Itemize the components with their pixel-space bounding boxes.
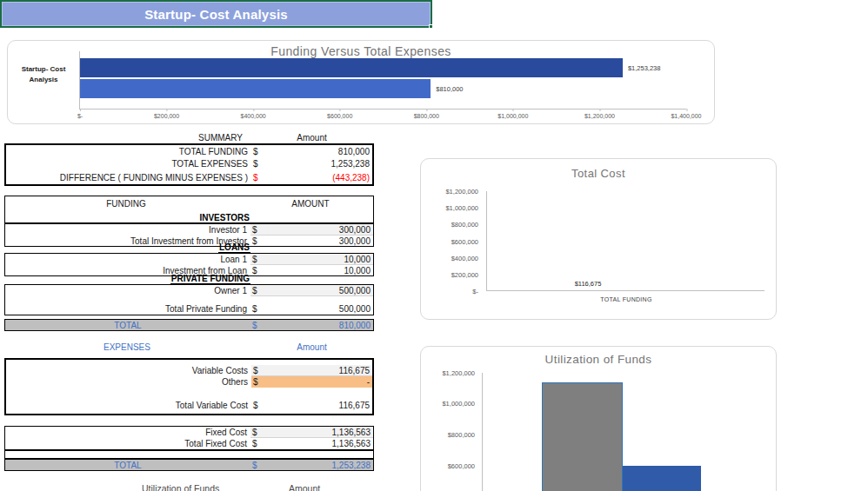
table-row: Total Fixed Cost $1,136,563 bbox=[5, 438, 373, 449]
spreadsheet-page: Startup- Cost Analysis Funding Versus To… bbox=[0, 0, 868, 491]
row-value-cell[interactable]: $1,136,563 bbox=[250, 427, 373, 438]
x-tick: $400,000 bbox=[241, 113, 266, 119]
y-tick: $- bbox=[472, 288, 478, 295]
row-label[interactable]: Variable Costs bbox=[6, 366, 251, 375]
section-heading-private-funding: PRIVATE FUNDING bbox=[170, 274, 250, 283]
y-tick: $1,000,000 bbox=[445, 204, 478, 212]
table-row: Fixed Cost $1,136,563 bbox=[5, 427, 373, 438]
row-label[interactable]: DIFFERENCE ( FUNDING MINUS EXPENSES ) bbox=[6, 173, 251, 182]
variable-costs-box: Variable Costs $116,675 Others $- Total … bbox=[4, 358, 374, 415]
clipped-next-section-header: Utilization of Funds Amount bbox=[0, 483, 435, 491]
empty-row-box bbox=[4, 450, 374, 459]
summary-header-row: SUMMARY Amount bbox=[4, 131, 374, 143]
row-label[interactable]: Fixed Cost bbox=[5, 428, 250, 437]
row-label[interactable]: Total Investment from Investor bbox=[5, 236, 250, 246]
utilization-y-axis: $1,200,000 $1,000,000 $800,000 $600,000 bbox=[421, 373, 478, 466]
row-value-cell[interactable]: $300,000 bbox=[250, 224, 373, 236]
table-row: Investor 1 $300,000 bbox=[5, 224, 373, 236]
x-tick: $1,000,000 bbox=[497, 113, 528, 119]
row-value-cell[interactable]: $1,136,563 bbox=[250, 438, 373, 449]
row-label[interactable]: Others bbox=[6, 377, 251, 387]
funding-bar-expenses-label: $1,253,238 bbox=[628, 64, 661, 72]
x-tick: $- bbox=[77, 113, 83, 119]
table-row: TOTAL EXPENSES $1,253,238 bbox=[6, 157, 372, 169]
total-cost-chart[interactable]: Total Cost $1,200,000 $1,000,000 $800,00… bbox=[420, 158, 777, 320]
utilization-of-funds-chart[interactable]: Utilization of Funds $1,200,000 $1,000,0… bbox=[420, 346, 777, 491]
row-value-cell[interactable]: $810,000 bbox=[251, 145, 372, 157]
selection-fill-handle[interactable] bbox=[429, 24, 433, 29]
utilization-plot bbox=[482, 373, 769, 491]
private-funding-box: Owner 1 $500,000 Total Private Funding $… bbox=[4, 284, 374, 315]
funding-chart-plot: $1,253,238 $810,000 $- $200,000 $400,000… bbox=[79, 51, 686, 109]
row-label[interactable]: Investor 1 bbox=[5, 225, 250, 235]
y-tick: $800,000 bbox=[451, 221, 478, 229]
row-label[interactable]: TOTAL EXPENSES bbox=[6, 159, 251, 169]
total-cost-plot: $116,675 bbox=[486, 191, 765, 291]
y-tick: $1,200,000 bbox=[445, 188, 478, 196]
x-tick: $1,200,000 bbox=[584, 113, 615, 119]
loans-box: Loan 1 $10,000 Investment from Loan $10,… bbox=[4, 253, 374, 276]
row-label[interactable]: Owner 1 bbox=[5, 286, 250, 295]
total-cost-bar-label: $116,675 bbox=[575, 280, 602, 288]
page-title: Startup- Cost Analysis bbox=[144, 7, 288, 22]
y-tick: $400,000 bbox=[451, 254, 478, 262]
y-tick: $600,000 bbox=[451, 237, 478, 245]
summary-header-amount[interactable]: Amount bbox=[250, 133, 374, 143]
expenses-header-label[interactable]: EXPENSES bbox=[4, 342, 250, 352]
summary-header-label[interactable]: SUMMARY bbox=[4, 133, 250, 143]
funding-header-box: FUNDING AMOUNT bbox=[4, 196, 374, 223]
section-heading-loans: LOANS bbox=[218, 242, 250, 252]
y-tick: $200,000 bbox=[451, 270, 478, 278]
utilization-bar-blue[interactable] bbox=[623, 466, 701, 491]
row-value-cell[interactable]: $1,253,238 bbox=[251, 157, 372, 169]
funding-header-label[interactable]: FUNDING bbox=[5, 199, 250, 209]
investors-box: Investor 1 $300,000 Total Investment fro… bbox=[4, 223, 374, 247]
expenses-total-row[interactable]: TOTAL $ 1,253,238 bbox=[4, 459, 374, 471]
x-tick: $600,000 bbox=[327, 113, 352, 119]
y-tick: $1,000,000 bbox=[442, 400, 475, 408]
table-row-difference: DIFFERENCE ( FUNDING MINUS EXPENSES ) $(… bbox=[6, 169, 372, 185]
row-value-cell[interactable]: $300,000 bbox=[250, 236, 373, 247]
table-row: TOTAL FUNDING $810,000 bbox=[6, 145, 372, 157]
row-label[interactable]: Total Variable Cost bbox=[6, 401, 251, 410]
table-row: Variable Costs $116,675 bbox=[6, 365, 372, 376]
funding-total-row[interactable]: TOTAL $ 810,000 bbox=[4, 319, 374, 331]
funding-header-amount[interactable]: AMOUNT bbox=[250, 199, 373, 209]
funding-bar-funding-label: $810,000 bbox=[436, 85, 463, 93]
row-value-cell[interactable]: $- bbox=[251, 376, 372, 388]
row-value-cell[interactable]: $(443,238) bbox=[251, 169, 372, 185]
expenses-header-amount[interactable]: Amount bbox=[250, 342, 374, 352]
total-cost-y-axis: $1,200,000 $1,000,000 $800,000 $600,000 … bbox=[421, 191, 482, 291]
expenses-header-row: EXPENSES Amount bbox=[4, 341, 374, 353]
row-label[interactable]: TOTAL FUNDING bbox=[6, 147, 251, 156]
funding-bar-funding[interactable] bbox=[80, 79, 431, 98]
row-value-cell[interactable]: $116,675 bbox=[251, 365, 372, 376]
title-banner[interactable]: Startup- Cost Analysis bbox=[0, 0, 432, 28]
row-value-cell[interactable]: $10,000 bbox=[250, 254, 373, 265]
row-value-cell[interactable]: $500,000 bbox=[250, 285, 373, 296]
row-value-cell[interactable]: $500,000 bbox=[250, 303, 373, 315]
table-row: Total Variable Cost $116,675 bbox=[6, 400, 372, 411]
table-row-others: Others $- bbox=[6, 376, 372, 388]
x-tick: $1,400,000 bbox=[671, 113, 701, 119]
table-row: Loan 1 $10,000 bbox=[5, 254, 373, 265]
row-label[interactable]: Total Private Funding bbox=[5, 304, 250, 314]
table-row: Owner 1 $500,000 bbox=[5, 285, 373, 296]
utilization-bar-gray[interactable] bbox=[542, 382, 623, 491]
section-heading-investors: INVESTORS bbox=[198, 213, 250, 222]
table-row: Total Investment from Investor $300,000 bbox=[5, 236, 373, 247]
row-label[interactable]: Loan 1 bbox=[5, 255, 250, 264]
clipped-section-label[interactable]: Utilization of Funds bbox=[142, 483, 219, 491]
funding-bar-expenses[interactable] bbox=[80, 58, 623, 77]
total-cost-title: Total Cost bbox=[421, 167, 776, 180]
funding-vs-expenses-chart[interactable]: Funding Versus Total Expenses Startup- C… bbox=[7, 40, 715, 124]
total-cost-x-label: TOTAL FUNDING bbox=[557, 296, 696, 302]
clipped-amount-label[interactable]: Amount bbox=[289, 483, 320, 491]
funding-chart-category-label: Startup- Cost Analysis bbox=[8, 64, 79, 86]
row-value-cell[interactable]: $10,000 bbox=[250, 265, 373, 276]
x-tick: $800,000 bbox=[414, 113, 439, 119]
row-label[interactable]: Total Fixed Cost bbox=[5, 439, 250, 448]
utilization-title: Utilization of Funds bbox=[421, 353, 776, 366]
row-value-cell[interactable]: $116,675 bbox=[251, 400, 372, 411]
y-tick: $800,000 bbox=[448, 431, 475, 439]
